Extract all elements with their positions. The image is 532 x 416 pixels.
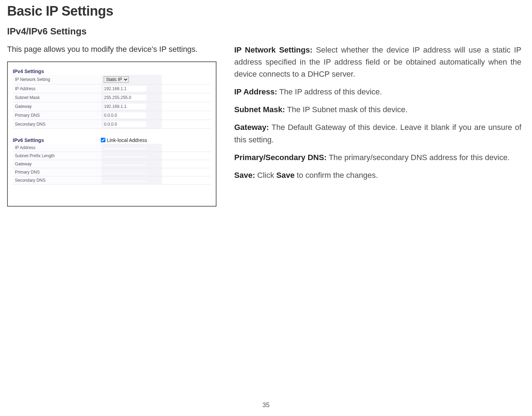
ipv4-table: IP Network Setting Static IP IP Address … bbox=[13, 75, 211, 129]
term: IP Address: bbox=[234, 87, 277, 96]
table-row: Gateway 192.168.1.1 bbox=[13, 102, 211, 111]
ipv6-heading-row: IPv6 Settings Link-local Address bbox=[13, 137, 211, 143]
desc-dns: Primary/Secondary DNS: The primary/secon… bbox=[234, 152, 521, 164]
desc-ip-network-settings: IP Network Settings: Select whether the … bbox=[234, 44, 521, 80]
term-bold: Save bbox=[276, 171, 295, 180]
table-row: IP Address 192.168.1.1 bbox=[13, 84, 211, 93]
row-label: Secondary DNS bbox=[13, 120, 102, 128]
table-row: Secondary DNS 0.0.0.0 bbox=[13, 120, 211, 128]
section-subtitle: IPv4/IPv6 Settings bbox=[7, 26, 525, 37]
page-title: Basic IP Settings bbox=[7, 4, 525, 19]
ipv6-prefix-input[interactable] bbox=[104, 157, 146, 157]
desc-save: Save: Click Save to confirm the changes. bbox=[234, 169, 521, 181]
ipv6-secondary-dns-input[interactable] bbox=[104, 181, 146, 182]
content-columns: This page allows you to modify the devic… bbox=[7, 44, 525, 207]
term: Subnet Mask: bbox=[234, 105, 285, 114]
table-row: Gateway bbox=[13, 160, 211, 168]
link-local-label: Link-local Address bbox=[107, 137, 147, 143]
ip-network-setting-select[interactable]: Static IP bbox=[104, 76, 129, 83]
left-column: This page allows you to modify the devic… bbox=[7, 44, 216, 207]
ipv6-table: IP Address Subnet Prefix Length Gateway … bbox=[13, 144, 211, 185]
term: Primary/Secondary DNS: bbox=[234, 153, 327, 162]
term-text: The Default Gateway of this device. Leav… bbox=[234, 123, 521, 144]
term-text: The IP Subnet mask of this device. bbox=[285, 105, 407, 114]
desc-subnet-mask: Subnet Mask: The IP Subnet mask of this … bbox=[234, 104, 521, 116]
row-label: Gateway bbox=[13, 160, 102, 168]
intro-text: This page allows you to modify the devic… bbox=[7, 44, 216, 55]
row-label: Gateway bbox=[13, 102, 102, 111]
table-row: Primary DNS bbox=[13, 168, 211, 176]
row-label: Subnet Prefix Length bbox=[13, 152, 102, 160]
ip-address-input[interactable]: 192.168.1.1 bbox=[104, 86, 146, 92]
ipv6-primary-dns-input[interactable] bbox=[104, 173, 146, 174]
term: IP Network Settings: bbox=[234, 45, 313, 54]
ipv4-heading: IPv4 Settings bbox=[13, 69, 211, 74]
settings-screenshot: IPv4 Settings IP Network Setting Static … bbox=[7, 61, 216, 207]
subnet-mask-input[interactable]: 255.255.255.0 bbox=[104, 95, 146, 100]
right-column: IP Network Settings: Select whether the … bbox=[234, 44, 525, 207]
table-row: IP Network Setting Static IP bbox=[13, 75, 211, 84]
term-text: The primary/secondary DNS address for th… bbox=[327, 153, 510, 162]
gateway-input[interactable]: 192.168.1.1 bbox=[104, 104, 146, 109]
table-row: Subnet Prefix Length bbox=[13, 152, 211, 160]
ipv6-address-input[interactable] bbox=[104, 148, 146, 149]
row-label: Subnet Mask bbox=[13, 93, 102, 102]
primary-dns-input[interactable]: 0.0.0.0 bbox=[104, 113, 146, 118]
row-label: IP Address bbox=[13, 84, 102, 93]
table-row: IP Address bbox=[13, 144, 211, 152]
term: Save: bbox=[234, 171, 255, 180]
term: Gateway: bbox=[234, 123, 269, 132]
ipv6-heading: IPv6 Settings bbox=[13, 137, 44, 143]
desc-ip-address: IP Address: The IP address of this devic… bbox=[234, 86, 521, 98]
row-label: Primary DNS bbox=[13, 111, 102, 120]
term-text: The IP address of this device. bbox=[277, 87, 382, 96]
term-post: to confirm the changes. bbox=[295, 171, 378, 180]
table-row: Secondary DNS bbox=[13, 176, 211, 184]
row-label: Secondary DNS bbox=[13, 176, 102, 184]
link-local-checkbox[interactable] bbox=[101, 138, 105, 142]
table-row: Primary DNS 0.0.0.0 bbox=[13, 111, 211, 120]
row-label: IP Address bbox=[13, 144, 102, 152]
page-number: 35 bbox=[262, 401, 269, 409]
term-pre: Click bbox=[255, 171, 276, 180]
secondary-dns-input[interactable]: 0.0.0.0 bbox=[104, 121, 146, 127]
row-label: IP Network Setting bbox=[13, 75, 102, 84]
desc-gateway: Gateway: The Default Gateway of this dev… bbox=[234, 121, 521, 146]
ipv6-gateway-input[interactable] bbox=[104, 165, 146, 165]
table-row: Subnet Mask 255.255.255.0 bbox=[13, 93, 211, 102]
row-label: Primary DNS bbox=[13, 168, 102, 176]
